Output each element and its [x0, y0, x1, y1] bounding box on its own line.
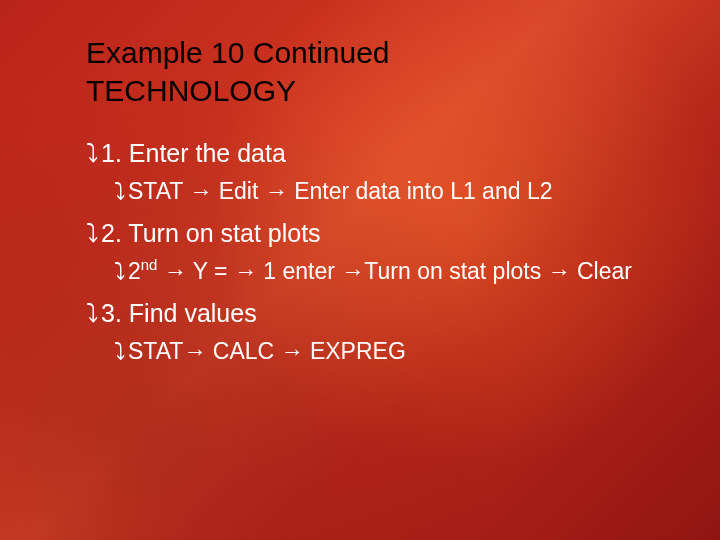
step-2: ⤵2. Turn on stat plots ⤵2nd → Y = → 1 en… [86, 217, 660, 287]
step-3-sub-text: ⤵STAT→ CALC → EXPREG [114, 335, 660, 367]
title-line-1: Example 10 Continued [86, 36, 390, 69]
step-3: ⤵3. Find values ⤵STAT→ CALC → EXPREG [86, 297, 660, 367]
bullet-icon: ⤵ [86, 217, 99, 251]
superscript-nd: nd [141, 256, 158, 273]
title-line-2: TECHNOLOGY [86, 72, 660, 110]
bullet-icon: ⤵ [114, 335, 126, 367]
step-1-sub-item: ⤵STAT → Edit → Enter data into L1 and L2 [114, 175, 660, 207]
step-1-sub: ⤵STAT → Edit → Enter data into L1 and L2 [114, 175, 660, 207]
slide-title: Example 10 Continued TECHNOLOGY [86, 34, 660, 109]
bullet-icon: ⤵ [114, 175, 126, 207]
step-2-num: 2. [101, 219, 122, 247]
step-list: ⤵1. Enter the data ⤵STAT → Edit → Enter … [86, 137, 660, 367]
step-2-heading: ⤵2. Turn on stat plots [86, 217, 660, 251]
bullet-icon: ⤵ [86, 297, 99, 331]
step-2-text: Turn on stat plots [128, 219, 320, 247]
step-3-heading: ⤵3. Find values [86, 297, 660, 331]
bullet-icon: ⤵ [114, 255, 126, 287]
step-2-sub-text: ⤵2nd → Y = → 1 enter →Turn on stat plots… [114, 255, 660, 287]
step-3-sub-item: ⤵STAT→ CALC → EXPREG [114, 335, 660, 367]
step-1: ⤵1. Enter the data ⤵STAT → Edit → Enter … [86, 137, 660, 207]
step-3-text: Find values [129, 299, 257, 327]
slide: Example 10 Continued TECHNOLOGY ⤵1. Ente… [0, 0, 720, 540]
step-1-text: Enter the data [129, 139, 286, 167]
step-3-num: 3. [101, 299, 122, 327]
step-2-sub-item: ⤵2nd → Y = → 1 enter →Turn on stat plots… [114, 255, 660, 287]
step-3-sub: ⤵STAT→ CALC → EXPREG [114, 335, 660, 367]
step-1-num: 1. [101, 139, 122, 167]
step-1-sub-text: ⤵STAT → Edit → Enter data into L1 and L2 [114, 175, 660, 207]
step-2-sub: ⤵2nd → Y = → 1 enter →Turn on stat plots… [114, 255, 660, 287]
bullet-icon: ⤵ [86, 137, 99, 171]
step-1-heading: ⤵1. Enter the data [86, 137, 660, 171]
